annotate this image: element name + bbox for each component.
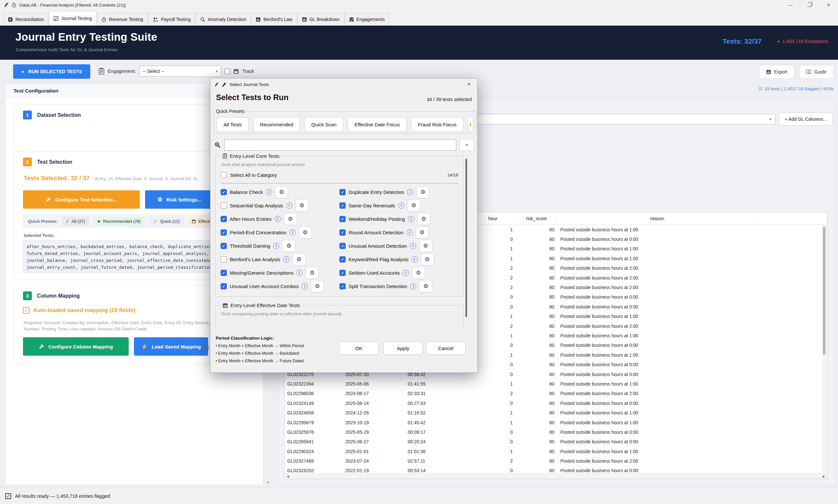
test-checkbox[interactable] [220,216,227,222]
apply-button[interactable]: Apply [384,342,423,355]
scroll-left-icon[interactable]: ◀ [287,474,289,478]
info-icon[interactable]: i [283,256,289,263]
configure-column-mapping-button[interactable]: Configure Column Mapping [23,337,129,356]
info-icon[interactable]: i [266,189,272,195]
info-icon[interactable]: i [403,270,409,276]
gear-button[interactable]: ⚙ [421,253,434,266]
table-horizontal-scrollbar[interactable]: ◀ ▶ [285,473,827,479]
gear-button[interactable]: ⚙ [415,227,429,238]
test-checkbox[interactable] [339,229,346,236]
test-checkbox[interactable] [339,216,346,222]
test-checkbox[interactable] [220,229,227,236]
test-checkbox[interactable] [339,243,346,249]
gear-button[interactable]: ⚙ [292,253,306,266]
table-row[interactable]: GL02325976 2025-05-29 00:09:17 0 80 Post… [285,427,827,437]
tab-reconciliation[interactable]: Reconciliation [3,13,49,25]
preset-chip-all[interactable]: ✓ All (37) [62,217,89,226]
info-icon[interactable]: i [286,202,292,209]
preset-button-recommended[interactable]: Recommended [253,117,300,131]
gear-button[interactable]: ⚙ [296,199,308,212]
test-checkbox[interactable] [220,283,227,289]
tab-journal-testing[interactable]: Journal Testing [49,11,96,25]
preset-button-quick-scan[interactable]: Quick Scan [304,117,343,131]
test-checkbox[interactable] [220,256,227,263]
info-icon[interactable]: i [412,256,418,263]
info-icon[interactable]: i [410,243,416,249]
preset-chip-quick[interactable]: ⚡ Quick (12) [149,217,184,226]
column-header[interactable] [758,212,827,224]
scroll-down-icon[interactable]: ▼ [265,481,271,484]
restore-button[interactable] [800,0,819,10]
guide-button[interactable]: Guide [799,65,833,79]
scroll-right-icon[interactable]: ▶ [823,474,825,478]
table-row[interactable]: GL02290324 2025-01-01 01:01:38 1 80 Post… [285,447,827,456]
gear-button[interactable]: ⚙ [282,240,296,252]
minimize-button[interactable]: — [781,0,800,10]
table-row[interactable]: GL02324149 2025-08-14 00:27:43 0 80 Post… [285,398,827,408]
info-icon[interactable]: i [289,229,296,236]
cancel-button[interactable]: Cancel [426,342,465,355]
table-row[interactable]: GL02324858 2024-12-28 01:16:52 1 80 Post… [285,408,827,417]
preset-button-effective-date-focus[interactable]: Effective Date Focus [347,117,407,131]
ok-button[interactable]: OK [339,342,378,355]
preset-button-all-tests[interactable]: All Tests [217,117,249,131]
engagement-select[interactable]: -- Select -- ▾ [139,66,221,77]
gear-button[interactable]: ⚙ [306,267,319,279]
column-header-reason[interactable]: reason [557,212,758,224]
gear-button[interactable]: ⚙ [412,267,425,279]
scrollbar-thumb[interactable] [823,227,825,355]
load-saved-mapping-button[interactable]: ⚡ Load Saved Mapping [134,337,208,356]
info-icon[interactable]: i [406,229,413,236]
test-checkbox[interactable] [339,270,346,276]
tab-engagements[interactable]: Engagements [345,13,389,25]
gear-button[interactable]: ⚙ [299,227,312,238]
test-checkbox[interactable] [220,202,227,209]
table-row[interactable]: GL02265841 2025-06-27 00:20:24 0 80 Post… [285,437,827,447]
tab-anomaly-detection[interactable]: Anomaly Detection [196,13,251,25]
add-gl-columns-button[interactable]: + Add GL Columns... [779,112,833,126]
info-icon[interactable]: i [407,189,413,195]
gear-button[interactable]: ⚙ [275,186,288,198]
test-checkbox[interactable] [339,283,346,289]
info-icon[interactable]: i [408,216,414,222]
preset-button-overflow[interactable]: ▮ [468,117,473,131]
risk-settings-button[interactable]: ⚙ Risk Settings... [145,190,214,209]
dialog-scrollbar[interactable] [465,159,467,317]
test-checkbox[interactable] [220,270,227,276]
tab-revenue-testing[interactable]: Revenue Testing [97,13,148,25]
column-header-risk-score[interactable]: risk_score [516,212,557,224]
test-checkbox[interactable] [339,189,346,195]
test-checkbox[interactable] [339,256,346,263]
tab-gl-breakdown[interactable]: GL Breakdown [297,13,344,25]
table-row[interactable]: GL02322394 2025-05-06 01:41:55 1 80 Post… [285,379,827,389]
select-all-checkbox[interactable] [220,172,227,178]
test-search-input[interactable] [224,140,456,150]
track-checkbox[interactable] [225,69,230,74]
mapping-status-checkbox[interactable]: ✓ [23,307,30,314]
close-icon[interactable]: × [465,80,473,88]
run-selected-tests-button[interactable]: ► RUN SELECTED TESTS [13,64,90,79]
gear-button[interactable]: ⚙ [417,213,430,225]
table-vertical-scrollbar[interactable] [822,225,827,473]
gear-button[interactable]: ⚙ [284,213,297,225]
close-button[interactable]: × [819,0,838,10]
preset-button-fraud-risk-focus[interactable]: Fraud Risk Focus [411,117,463,131]
info-icon[interactable]: i [275,216,281,222]
info-icon[interactable]: i [302,283,308,289]
tab-payroll-testing[interactable]: Payroll Testing [148,13,195,25]
export-button[interactable]: Export [759,65,794,79]
info-icon[interactable]: i [273,243,279,249]
gear-button[interactable]: ⚙ [419,240,432,252]
test-checkbox[interactable] [220,243,227,249]
test-checkbox[interactable] [339,202,346,209]
test-checkbox[interactable] [220,189,227,195]
configure-test-selection-button[interactable]: Configure Test Selection... [23,190,140,209]
gear-button[interactable]: ⚙ [419,280,432,292]
info-icon[interactable]: i [398,202,404,209]
info-icon[interactable]: i [297,270,303,276]
table-row[interactable]: GL02295879 2025-10-19 01:45:42 1 80 Post… [285,418,827,427]
status-checkbox[interactable]: ✓ [5,493,11,499]
search-clear-button[interactable]: × [460,139,474,151]
table-row[interactable]: GL02296036 2024-08-17 02:33:31 2 80 Post… [285,389,827,398]
preset-chip-recommended[interactable]: ★ Recommended (29) [93,217,145,226]
